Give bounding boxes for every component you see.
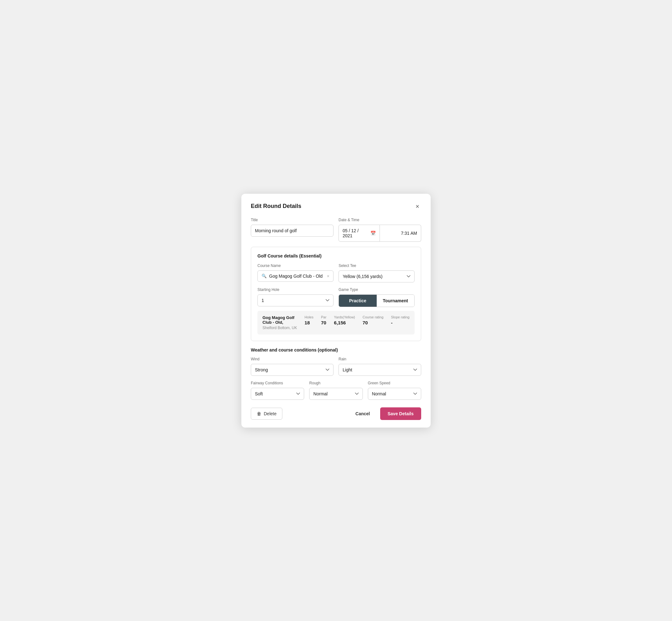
title-label: Title (251, 218, 333, 222)
game-type-label: Game Type (339, 287, 415, 292)
stat-yards: Yards(Yellow) 6,156 (334, 315, 355, 325)
edit-round-modal: Edit Round Details × Title Date & Time 0… (241, 194, 431, 427)
game-type-group: Game Type Practice Tournament (339, 287, 415, 307)
trash-icon: 🗑 (257, 411, 261, 416)
hole-gametype-row: Starting Hole 1 Game Type Practice Tourn… (257, 287, 415, 307)
calendar-icon: 📅 (370, 231, 376, 236)
game-type-toggle: Practice Tournament (339, 294, 415, 307)
yards-value: 6,156 (334, 320, 355, 325)
course-info-grid: Gog Magog Golf Club - Old, Shelford Bott… (262, 315, 410, 330)
green-speed-dropdown[interactable]: Normal (368, 388, 421, 400)
wind-label: Wind (251, 357, 333, 361)
golf-course-section: Golf Course details (Essential) Course N… (251, 247, 421, 341)
course-name-input-wrap[interactable]: 🔍 × (257, 271, 333, 282)
fairway-dropdown[interactable]: Soft (251, 388, 304, 400)
fairway-label: Fairway Conditions (251, 381, 304, 385)
tournament-button[interactable]: Tournament (377, 295, 415, 307)
select-tee-label: Select Tee (339, 263, 415, 268)
select-tee-dropdown[interactable]: Yellow (6,156 yards) (339, 271, 415, 282)
time-box[interactable]: 7:31 AM (380, 225, 421, 242)
course-name-input[interactable] (269, 274, 324, 279)
course-name-label: Course Name (257, 263, 333, 268)
date-time-inputs: 05 / 12 / 2021 📅 7:31 AM (339, 225, 421, 242)
starting-hole-label: Starting Hole (257, 287, 333, 292)
wind-dropdown[interactable]: Strong (251, 364, 333, 376)
course-rating-label: Course rating (363, 315, 383, 319)
clear-icon[interactable]: × (327, 274, 329, 279)
date-time-group: Date & Time 05 / 12 / 2021 📅 7:31 AM (339, 218, 421, 242)
title-date-row: Title Date & Time 05 / 12 / 2021 📅 7:31 … (251, 218, 421, 242)
par-value: 70 (321, 320, 326, 325)
slope-rating-value: - (391, 320, 410, 325)
time-value: 7:31 AM (401, 231, 417, 236)
date-value: 05 / 12 / 2021 (343, 228, 369, 238)
rain-label: Rain (339, 357, 421, 361)
holes-value: 18 (304, 320, 313, 325)
rough-group: Rough Normal (309, 381, 363, 400)
holes-label: Holes (304, 315, 313, 319)
stat-slope-rating: Slope rating - (391, 315, 410, 325)
rough-dropdown[interactable]: Normal (309, 388, 363, 400)
course-stats: Holes 18 Par 70 Yards(Yellow) 6,156 Cour… (304, 315, 410, 325)
course-tee-row: Course Name 🔍 × Select Tee Yellow (6,156… (257, 263, 415, 282)
course-rating-value: 70 (363, 320, 383, 325)
modal-title: Edit Round Details (251, 203, 301, 210)
modal-header: Edit Round Details × (251, 203, 421, 210)
wind-group: Wind Strong (251, 357, 333, 376)
select-tee-group: Select Tee Yellow (6,156 yards) (339, 263, 415, 282)
conditions-title: Weather and course conditions (optional) (251, 347, 421, 353)
footer-row: 🗑 Delete Cancel Save Details (251, 407, 421, 420)
course-info-name: Gog Magog Golf Club - Old, Shelford Bott… (262, 315, 304, 330)
stat-course-rating: Course rating 70 (363, 315, 383, 325)
delete-label: Delete (264, 411, 277, 416)
starting-hole-dropdown[interactable]: 1 (257, 294, 333, 306)
fairway-group: Fairway Conditions Soft (251, 381, 304, 400)
slope-rating-label: Slope rating (391, 315, 410, 319)
green-speed-group: Green Speed Normal (368, 381, 421, 400)
green-speed-label: Green Speed (368, 381, 421, 385)
practice-button[interactable]: Practice (339, 295, 377, 307)
rough-label: Rough (309, 381, 363, 385)
rain-dropdown[interactable]: Light (339, 364, 421, 376)
footer-right: Cancel Save Details (352, 407, 421, 420)
course-location: Shelford Bottom, UK (262, 326, 304, 330)
stat-holes: Holes 18 (304, 315, 313, 325)
course-info-box: Gog Magog Golf Club - Old, Shelford Bott… (257, 311, 415, 334)
wind-rain-row: Wind Strong Rain Light (251, 357, 421, 376)
close-button[interactable]: × (414, 203, 421, 210)
delete-button[interactable]: 🗑 Delete (251, 408, 282, 420)
cancel-button[interactable]: Cancel (352, 408, 374, 419)
golf-course-title: Golf Course details (Essential) (257, 253, 415, 258)
title-input[interactable] (251, 225, 333, 237)
title-field-group: Title (251, 218, 333, 242)
rain-group: Rain Light (339, 357, 421, 376)
starting-hole-group: Starting Hole 1 (257, 287, 333, 307)
date-box[interactable]: 05 / 12 / 2021 📅 (339, 225, 380, 242)
stat-par: Par 70 (321, 315, 326, 325)
yards-label: Yards(Yellow) (334, 315, 355, 319)
date-time-label: Date & Time (339, 218, 421, 222)
search-icon: 🔍 (261, 274, 266, 278)
conditions-section: Weather and course conditions (optional)… (251, 347, 421, 400)
par-label: Par (321, 315, 326, 319)
course-name-bold: Gog Magog Golf Club - Old, (262, 315, 304, 325)
save-button[interactable]: Save Details (380, 407, 421, 420)
course-name-group: Course Name 🔍 × (257, 263, 333, 282)
fairway-rough-green-row: Fairway Conditions Soft Rough Normal Gre… (251, 381, 421, 400)
